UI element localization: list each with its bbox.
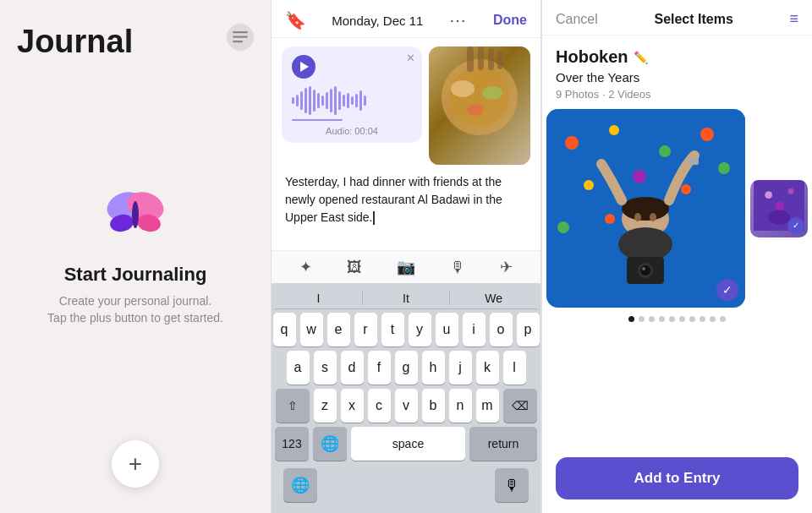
key-mic[interactable]: 🎙 <box>495 468 529 502</box>
audio-play-button[interactable] <box>292 55 315 79</box>
audio-record-icon[interactable]: 🎙 <box>450 259 465 276</box>
svg-rect-0 <box>233 31 248 33</box>
svg-rect-15 <box>488 48 494 70</box>
audio-close-button[interactable]: ✕ <box>406 52 415 64</box>
key-e[interactable]: e <box>327 313 350 347</box>
cancel-button[interactable]: Cancel <box>556 12 598 27</box>
audio-progress-bar <box>292 119 343 121</box>
key-k[interactable]: k <box>476 351 499 385</box>
magic-tool-icon[interactable]: ✦ <box>299 258 312 276</box>
waveform-bar <box>313 90 315 112</box>
key-x[interactable]: x <box>341 389 364 423</box>
climber-photo-image <box>546 109 745 308</box>
key-v[interactable]: v <box>395 389 418 423</box>
list-view-icon[interactable]: ≡ <box>789 10 798 28</box>
svg-point-12 <box>467 104 484 116</box>
svg-point-19 <box>609 125 619 135</box>
key-p[interactable]: p <box>517 313 540 347</box>
carousel-dot-10[interactable] <box>720 316 726 322</box>
carousel-dot-8[interactable] <box>700 316 705 322</box>
share-icon[interactable]: ✈ <box>500 258 513 276</box>
carousel-dot-2[interactable] <box>639 316 645 322</box>
collection-meta: 9 Photos · 2 Videos <box>542 88 812 109</box>
waveform-bar <box>343 95 345 106</box>
app-title: Journal <box>17 24 133 60</box>
key-globe[interactable]: 🌐 <box>313 427 347 461</box>
more-options-icon[interactable]: ⋯ <box>449 10 468 30</box>
key-r[interactable]: r <box>354 313 377 347</box>
key-shift[interactable]: ⇧ <box>276 389 310 423</box>
play-triangle-icon <box>300 62 309 72</box>
key-l[interactable]: l <box>503 351 526 385</box>
carousel-dot-4[interactable] <box>659 316 665 322</box>
carousel-dot-1[interactable] <box>628 316 634 322</box>
suggestion-it[interactable]: It <box>363 292 451 305</box>
photo-library-icon[interactable]: 🖼 <box>347 259 362 276</box>
key-d[interactable]: d <box>341 351 364 385</box>
svg-point-23 <box>633 170 646 183</box>
secondary-photo[interactable]: ✓ <box>750 180 808 237</box>
key-h[interactable]: h <box>422 351 445 385</box>
done-button[interactable]: Done <box>493 13 527 28</box>
svg-rect-14 <box>478 46 484 70</box>
climber-svg <box>546 109 745 308</box>
add-entry-button[interactable]: + <box>112 440 159 488</box>
carousel-dot-6[interactable] <box>679 316 685 322</box>
text-cursor <box>373 211 375 225</box>
waveform-bar <box>309 86 311 115</box>
carousel-dot-7[interactable] <box>689 316 695 322</box>
suggestion-we[interactable]: We <box>450 292 537 305</box>
left-panel: Journal Start Journaling Create your per… <box>0 0 271 513</box>
keyboard-row-3: ⇧ z x c v b n m ⌫ <box>275 389 537 423</box>
key-c[interactable]: c <box>368 389 391 423</box>
carousel-dot-5[interactable] <box>669 316 675 322</box>
media-row: ✕ <box>282 46 530 165</box>
key-w[interactable]: w <box>300 313 323 347</box>
key-g[interactable]: g <box>395 351 418 385</box>
carousel-dot-9[interactable] <box>710 316 716 322</box>
svg-rect-2 <box>233 41 243 42</box>
key-z[interactable]: z <box>314 389 337 423</box>
key-space[interactable]: space <box>351 427 465 461</box>
bookmark-icon[interactable]: 🔖 <box>285 10 306 30</box>
svg-point-25 <box>718 162 730 174</box>
audio-waveform <box>292 85 412 116</box>
key-i[interactable]: i <box>463 313 486 347</box>
svg-point-33 <box>618 227 672 261</box>
key-numbers[interactable]: 123 <box>275 427 309 461</box>
suggestion-i[interactable]: I <box>275 292 363 305</box>
waveform-bar <box>292 97 294 104</box>
key-s[interactable]: s <box>314 351 337 385</box>
key-a[interactable]: a <box>287 351 310 385</box>
add-to-entry-button[interactable]: Add to Entry <box>556 457 798 499</box>
journal-text-content[interactable]: Yesterday, I had dinner with friends at … <box>282 173 530 226</box>
keyboard-row-5: 🌐 🎙 <box>275 465 537 502</box>
edit-location-icon[interactable]: ✏️ <box>634 51 648 64</box>
key-f[interactable]: f <box>368 351 391 385</box>
key-backspace[interactable]: ⌫ <box>503 389 537 423</box>
key-return[interactable]: return <box>469 427 537 461</box>
key-q[interactable]: q <box>273 313 296 347</box>
key-m[interactable]: m <box>476 389 499 423</box>
key-j[interactable]: j <box>449 351 472 385</box>
svg-rect-16 <box>497 51 502 69</box>
key-t[interactable]: t <box>381 313 404 347</box>
waveform-bar <box>355 94 358 107</box>
key-o[interactable]: o <box>490 313 513 347</box>
carousel-dot-3[interactable] <box>649 316 655 322</box>
key-b[interactable]: b <box>422 389 445 423</box>
waveform-bar <box>296 95 299 106</box>
editor-content: ✕ <box>272 38 540 250</box>
menu-button[interactable] <box>227 24 254 51</box>
camera-icon[interactable]: 📷 <box>397 258 415 276</box>
waveform-bar <box>330 89 332 112</box>
key-u[interactable]: u <box>436 313 458 347</box>
key-globe-bottom[interactable]: 🌐 <box>283 468 317 502</box>
svg-rect-1 <box>233 36 248 38</box>
key-y[interactable]: y <box>409 313 431 347</box>
waveform-bar <box>351 96 354 105</box>
svg-point-29 <box>622 197 669 221</box>
editor-toolbar: ✦ 🖼 📷 🎙 ✈ <box>272 250 540 283</box>
main-photo[interactable]: ✓ <box>546 109 745 308</box>
key-n[interactable]: n <box>449 389 472 423</box>
